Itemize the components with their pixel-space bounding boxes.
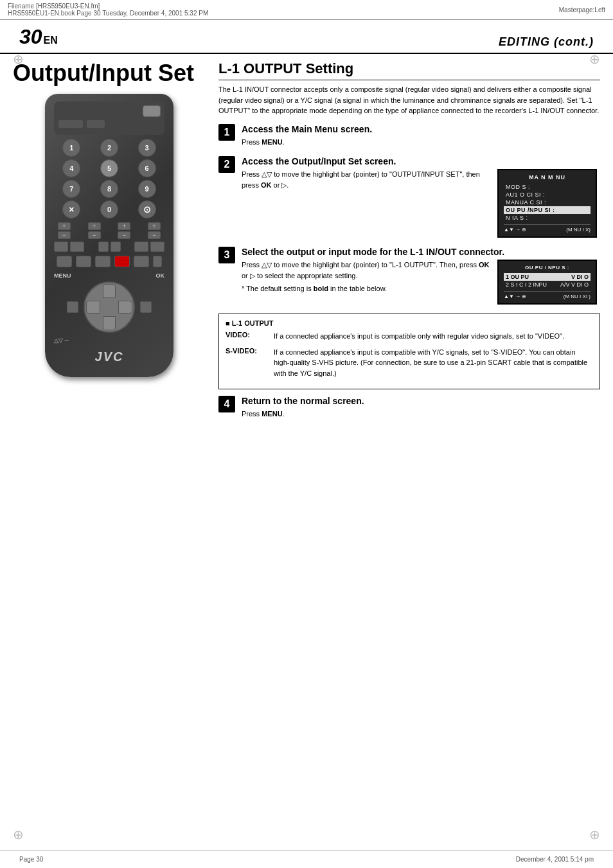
video-desc: If a connected appliance's input is comp… bbox=[274, 331, 593, 342]
menu-item-5: N IA S : bbox=[504, 214, 591, 222]
right-column: L-1 OUTPUT Setting The L-1 IN/OUT connec… bbox=[218, 60, 600, 429]
nav-up bbox=[103, 284, 116, 298]
mid-center-group bbox=[98, 242, 121, 252]
record-btn bbox=[98, 242, 109, 252]
nav-cross bbox=[84, 281, 135, 333]
menu-label-remote: MENU bbox=[54, 272, 71, 279]
play-btn bbox=[76, 256, 91, 267]
btn-7: 7 bbox=[62, 180, 80, 198]
menu-item-1: MOD S : bbox=[504, 183, 591, 191]
menu-item-3: MANUA C SI : bbox=[504, 199, 591, 206]
menu-btn bbox=[67, 301, 78, 313]
step-2-image: MA N M NU MOD S : AU1 O CI SI : MANUA C … bbox=[497, 169, 600, 238]
menu-item-2: AU1 O CI SI : bbox=[504, 191, 591, 199]
page-number-block: 30EN bbox=[19, 25, 58, 49]
btn-1: 1 bbox=[62, 139, 80, 157]
plus-minus-far: + − bbox=[148, 222, 161, 239]
mid-btn-4 bbox=[150, 242, 164, 252]
output-item-2: 2 S I C I 2 INPUA/V V DI O bbox=[504, 281, 591, 288]
plus-btn-4: + bbox=[148, 222, 161, 230]
mid-btn-2 bbox=[70, 242, 84, 252]
menu-nav-hint: ▲▼ → ⊕ (M NU I X) bbox=[504, 224, 591, 233]
step-3-image: OU PU / NPU S : 1 OU PUV DI O 2 S I C I … bbox=[497, 260, 600, 305]
left-column: Output/Input Set 1 2 3 bbox=[13, 60, 206, 429]
step-3-text-part: Press △▽ to move the highlight bar (poin… bbox=[242, 260, 491, 294]
remote-illustration: 1 2 3 4 5 6 7 8 9 × 0 ⊙ + − bbox=[26, 94, 193, 377]
btn-x: × bbox=[62, 200, 80, 218]
btn-5: 5 bbox=[100, 159, 118, 177]
footer-left: Page 30 bbox=[19, 856, 43, 863]
corner-tl: ⊕ bbox=[13, 51, 24, 67]
btn-2: 2 bbox=[100, 139, 118, 157]
minus-btn-1: − bbox=[58, 231, 71, 239]
step-2: 2 Access the Output/Input Set screen. Pr… bbox=[218, 156, 600, 238]
nav-right bbox=[118, 301, 132, 314]
step-1-heading: Access the Main Menu screen. bbox=[242, 124, 600, 134]
step-2-with-image: Press △▽ to move the highlight bar (poin… bbox=[242, 169, 600, 238]
ok-label-remote: OK bbox=[156, 272, 165, 279]
corner-tr: ⊕ bbox=[589, 51, 600, 67]
mid-right-group bbox=[134, 242, 164, 252]
step-3-with-image: Press △▽ to move the highlight bar (poin… bbox=[242, 260, 600, 305]
step-2-number: 2 bbox=[218, 156, 235, 173]
option-svideo: S-VIDEO: If a connected appliance's inpu… bbox=[226, 347, 593, 379]
step-3: 3 Select the output or input mode for th… bbox=[218, 247, 600, 305]
step-3-number: 3 bbox=[218, 247, 235, 263]
arrows-label-remote: △▽ ─ bbox=[54, 337, 69, 344]
header-bar: Filename [HRS5950EU3-EN.fm] HRS5950EU1-E… bbox=[0, 0, 613, 20]
mid-btn-3 bbox=[134, 242, 148, 252]
stop-btn bbox=[134, 256, 149, 267]
power-button bbox=[143, 105, 161, 117]
step-2-text-part: Press △▽ to move the highlight bar (poin… bbox=[242, 169, 491, 190]
ok-btn bbox=[140, 301, 152, 313]
step-2-content: Access the Output/Input Set screen. Pres… bbox=[242, 156, 600, 238]
number-grid: 1 2 3 4 5 6 7 8 9 × 0 ⊙ bbox=[54, 139, 164, 218]
menu-item-4-selected: OU PU /NPU SI : bbox=[504, 206, 591, 214]
btn-0: 0 bbox=[100, 200, 118, 218]
footer: Page 30 December 4, 2001 5:14 pm bbox=[0, 850, 613, 868]
nav-cross-area: MENU OK bbox=[54, 272, 164, 344]
step-4: 4 Return to the normal screen. Press MEN… bbox=[218, 396, 600, 420]
intro-text: The L-1 IN/OUT connector accepts only a … bbox=[218, 84, 600, 116]
masterpage: Masterpage:Left bbox=[559, 6, 605, 13]
table-title: ■ L-1 OUTPUT bbox=[226, 319, 593, 327]
step-3-content: Select the output or input mode for the … bbox=[242, 247, 600, 305]
step-1-number: 1 bbox=[218, 124, 235, 141]
step-4-content: Return to the normal screen. Press MENU. bbox=[242, 396, 600, 420]
nav-left bbox=[86, 301, 100, 314]
plus-minus-mid: + − bbox=[88, 222, 101, 239]
btn-8: 8 bbox=[100, 180, 118, 198]
menu-screen-title: MA N M NU bbox=[504, 174, 591, 181]
btn-4: 4 bbox=[62, 159, 80, 177]
remote-body: 1 2 3 4 5 6 7 8 9 × 0 ⊙ + − bbox=[45, 94, 173, 377]
plus-minus-left: + − bbox=[58, 222, 71, 239]
pause-btn bbox=[153, 256, 162, 267]
page-title: Output/Input Set bbox=[13, 60, 206, 86]
header-left: Filename [HRS5950EU3-EN.fm] HRS5950EU1-E… bbox=[8, 3, 208, 17]
step-3-text: Press △▽ to move the highlight bar (poin… bbox=[242, 260, 491, 281]
section-title: L-1 OUTPUT Setting bbox=[218, 60, 600, 80]
table-section: ■ L-1 OUTPUT VIDEO: If a connected appli… bbox=[218, 314, 600, 389]
step-2-text: Press △▽ to move the highlight bar (poin… bbox=[242, 169, 491, 190]
step-3-note: * The default setting is bold in the tab… bbox=[242, 283, 491, 294]
output-nav-hint: ▲▼ → ⊕ (M NU I XI ) bbox=[504, 291, 591, 299]
corner-br: ⊕ bbox=[589, 827, 600, 842]
btn-9: 9 bbox=[138, 180, 156, 198]
info-btn bbox=[111, 242, 121, 252]
main-content: Output/Input Set 1 2 3 bbox=[0, 54, 613, 435]
footer-right: December 4, 2001 5:14 pm bbox=[516, 856, 594, 863]
step-1-text: Press MENU. bbox=[242, 137, 600, 148]
step-3-heading: Select the output or input mode for the … bbox=[242, 247, 600, 257]
rewind-btn bbox=[57, 256, 72, 267]
step-4-text: Press MENU. bbox=[242, 409, 600, 420]
ffwd-btn bbox=[95, 256, 111, 267]
record-transport-btn bbox=[114, 256, 130, 267]
output-screen: OU PU / NPU S : 1 OU PUV DI O 2 S I C I … bbox=[497, 260, 597, 305]
nav-down bbox=[103, 316, 116, 330]
plus-btn-1: + bbox=[58, 222, 71, 230]
filename: Filename [HRS5950EU3-EN.fm] bbox=[8, 3, 208, 10]
minus-btn-4: − bbox=[148, 231, 161, 239]
section-label: EDITING (cont.) bbox=[499, 35, 594, 49]
minus-btn-3: − bbox=[118, 231, 130, 239]
plus-minus-right: + − bbox=[118, 222, 130, 239]
